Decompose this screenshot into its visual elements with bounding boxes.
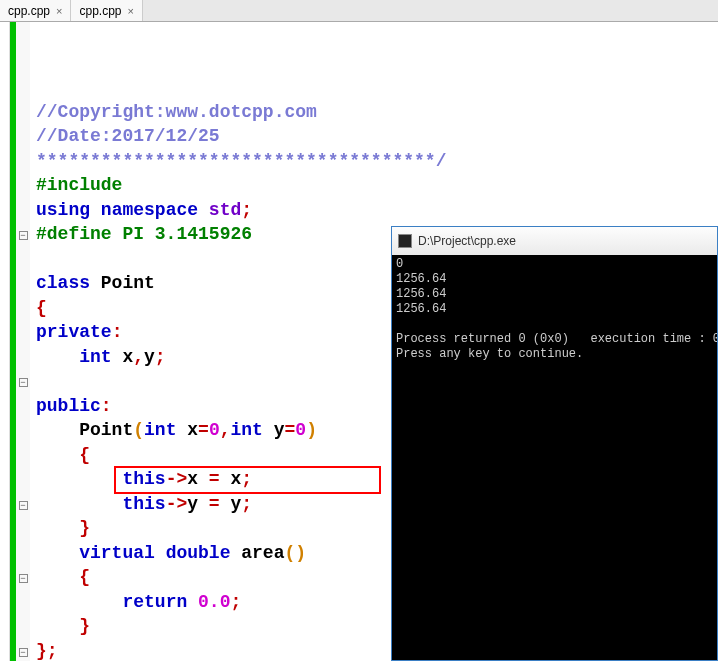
code-line[interactable]: *************************************/ <box>36 149 712 174</box>
close-icon[interactable]: × <box>128 5 134 17</box>
console-window: D:\Project\cpp.exe 0 1256.64 1256.64 125… <box>391 226 718 661</box>
app-icon <box>398 234 412 248</box>
code-line[interactable]: //Date:2017/12/25 <box>36 124 712 149</box>
tab-label: cpp.cpp <box>8 4 50 18</box>
code-line[interactable]: #include <box>36 173 712 198</box>
code-line[interactable]: using namespace std; <box>36 198 712 223</box>
console-title-text: D:\Project\cpp.exe <box>418 234 516 248</box>
tab-file-1[interactable]: cpp.cpp × <box>0 0 71 21</box>
tab-file-2[interactable]: cpp.cpp × <box>71 0 142 21</box>
tab-bar: cpp.cpp × cpp.cpp × <box>0 0 718 22</box>
code-line[interactable]: //Copyright:www.dotcpp.com <box>36 100 712 125</box>
console-output[interactable]: 0 1256.64 1256.64 1256.64 Process return… <box>392 255 717 660</box>
close-icon[interactable]: × <box>56 5 62 17</box>
margin <box>0 22 10 661</box>
fold-column: − − − − − <box>16 22 30 661</box>
tab-label: cpp.cpp <box>79 4 121 18</box>
console-titlebar[interactable]: D:\Project\cpp.exe <box>392 227 717 255</box>
